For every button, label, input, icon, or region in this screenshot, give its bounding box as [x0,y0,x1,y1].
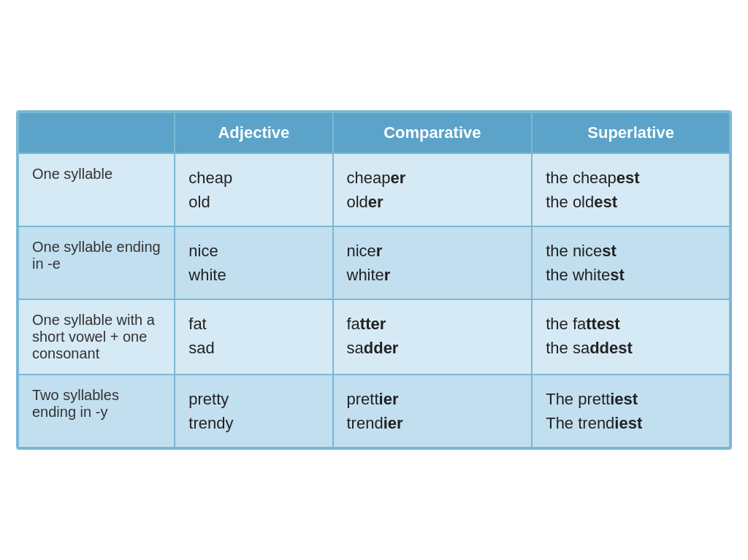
adjective-cell: cheapold [175,153,332,226]
superlative-cell: the nicestthe whitest [532,226,730,299]
header-superlative: Superlative [532,112,730,153]
table-row: One syllable with a short vowel + one co… [18,299,730,375]
rule-cell: One syllable [18,153,175,226]
superlative-cell: the cheapestthe oldest [532,153,730,226]
rule-cell: Two syllables ending in -y [18,375,175,448]
table-row: Two syllables ending in -yprettytrendypr… [18,375,730,448]
adjective-cell: nicewhite [175,226,332,299]
comparative-cell: cheaperolder [333,153,533,226]
header-comparative: Comparative [333,112,533,153]
header-adjective: Adjective [175,112,332,153]
superlative-cell: the fattestthe saddest [532,299,730,375]
comparative-cell: nicerwhiter [333,226,533,299]
table-row: One syllable ending in -enicewhitenicerw… [18,226,730,299]
adjective-cell: fatsad [175,299,332,375]
rule-cell: One syllable with a short vowel + one co… [18,299,175,375]
grammar-table: Adjective Comparative Superlative One sy… [16,110,732,450]
comparative-cell: prettiertrendier [333,375,533,448]
comparative-cell: fattersadder [333,299,533,375]
header-rule [18,112,175,153]
rule-cell: One syllable ending in -e [18,226,175,299]
adjective-cell: prettytrendy [175,375,332,448]
superlative-cell: The prettiestThe trendiest [532,375,730,448]
table-row: One syllablecheapoldcheaperolderthe chea… [18,153,730,226]
